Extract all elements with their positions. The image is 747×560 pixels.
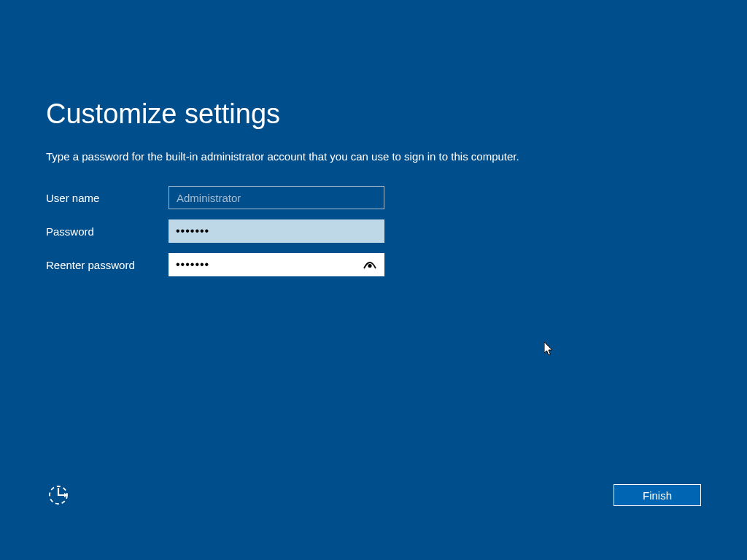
svg-point-0 xyxy=(368,264,371,268)
cursor-icon xyxy=(544,342,556,358)
finish-button[interactable]: Finish xyxy=(614,484,701,506)
page-title: Customize settings xyxy=(46,98,747,130)
password-field[interactable]: ••••••• xyxy=(169,219,384,243)
reveal-password-icon[interactable] xyxy=(363,257,377,272)
username-field: Administrator xyxy=(169,186,384,209)
reenter-password-value: ••••••• xyxy=(176,258,209,271)
page-subtitle: Type a password for the built-in adminis… xyxy=(46,150,747,163)
reenter-password-label: Reenter password xyxy=(46,259,169,271)
username-label: User name xyxy=(46,192,169,204)
reenter-password-field[interactable]: ••••••• xyxy=(169,253,384,276)
ease-of-access-icon xyxy=(47,483,70,507)
ease-of-access-button[interactable] xyxy=(46,483,71,508)
password-label: Password xyxy=(46,225,169,238)
